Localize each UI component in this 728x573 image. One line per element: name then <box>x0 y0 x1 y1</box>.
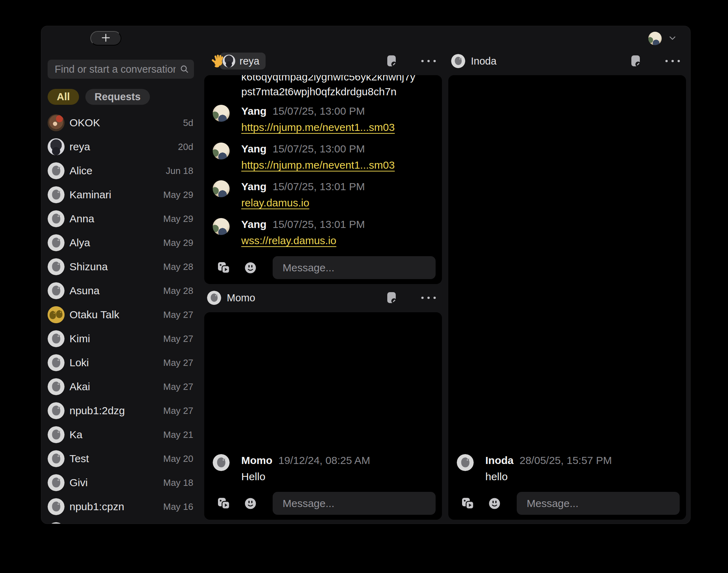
conversation-name: reya <box>69 141 90 153</box>
chat-panel-reya: k6t6qyqtmpag2lygnwfc56yk2knwnj7y pst7mta… <box>204 75 442 284</box>
conversation-row-test[interactable]: Test May 20 <box>48 447 194 471</box>
conversation-row-akai[interactable]: Akai May 27 <box>48 375 194 399</box>
conversation-row-asuna[interactable]: Asuna May 28 <box>48 279 194 303</box>
emoji-button[interactable] <box>243 496 258 511</box>
tab-all[interactable]: All <box>48 89 79 105</box>
conversation-row-shizuna[interactable]: Shizuna May 28 <box>48 255 194 279</box>
group-avatar <box>48 306 65 323</box>
conversation-name: Test <box>69 453 89 465</box>
conversation-name: Givi <box>69 477 88 489</box>
search-icon <box>180 65 189 75</box>
compose-note-button[interactable] <box>384 53 400 69</box>
chat-header-reya: reya <box>204 49 442 73</box>
app-window: All Requests OKOK 5d reya 20d Alice Jun <box>41 26 691 524</box>
compose-note-button[interactable] <box>384 290 400 306</box>
conversation-date: Jun 18 <box>166 165 194 176</box>
message-list: Momo 19/12/24, 08:25 AM Hello <box>204 448 442 492</box>
more-options-button[interactable] <box>421 53 436 69</box>
conversation-row-givi[interactable]: Givi May 18 <box>48 471 194 495</box>
filter-tabs: All Requests <box>48 89 150 105</box>
conversation-sidebar: All Requests OKOK 5d reya 20d Alice Jun <box>48 26 194 524</box>
desktop-background: All Requests OKOK 5d reya 20d Alice Jun <box>0 0 728 573</box>
message-author: Momo <box>241 454 272 467</box>
message-timestamp: 15/07/25, 13:01 PM <box>273 180 365 193</box>
message-link[interactable]: wss://relay.damus.io <box>241 235 336 246</box>
message-link[interactable]: https://njump.me/nevent1...sm03 <box>241 159 395 171</box>
chat-panel-momo: Momo 19/12/24, 08:25 AM Hello <box>204 312 442 520</box>
conversation-row-partial[interactable] <box>48 519 194 524</box>
conversation-row-otaku-talk[interactable]: Otaku Talk May 27 <box>48 303 194 327</box>
default-bird-avatar <box>48 162 65 179</box>
default-bird-avatar <box>48 210 65 227</box>
search-input[interactable] <box>48 60 194 79</box>
conversation-row-alya[interactable]: Alya May 29 <box>48 231 194 255</box>
conversation-date: May 18 <box>163 477 194 488</box>
conversation-date: May 28 <box>163 285 194 296</box>
conversation-name: Otaku Talk <box>69 309 119 321</box>
search-box <box>48 60 194 79</box>
default-bird-avatar <box>48 450 65 467</box>
media-picker-button[interactable] <box>216 496 231 511</box>
conversation-row-loki[interactable]: Loki May 27 <box>48 351 194 375</box>
message-input[interactable] <box>273 256 436 279</box>
conversation-name: Alice <box>69 165 92 177</box>
conversation-name: Anna <box>69 213 94 225</box>
waving-hand-icon <box>211 54 224 69</box>
conversation-row-npub-2dzg[interactable]: npub1:2dzg May 27 <box>48 399 194 423</box>
conversation-row-kaminari[interactable]: Kaminari May 29 <box>48 183 194 207</box>
conversation-name: Alya <box>69 237 90 249</box>
compose-note-button[interactable] <box>628 53 644 69</box>
conversation-row-alice[interactable]: Alice Jun 18 <box>48 159 194 183</box>
avatar <box>48 114 65 131</box>
conversation-date: May 27 <box>163 405 194 416</box>
media-picker-button[interactable] <box>460 496 475 511</box>
conversation-date: 5d <box>183 117 194 128</box>
default-bird-avatar <box>48 378 65 395</box>
emoji-button[interactable] <box>243 260 258 276</box>
default-bird-avatar <box>48 498 65 515</box>
default-bird-avatar <box>48 426 65 443</box>
message: Yang 15/07/25, 13:00 PM https://njump.me… <box>213 105 433 134</box>
chat-header-momo: Momo <box>204 286 442 309</box>
media-picker-button[interactable] <box>216 260 231 276</box>
peer-avatar <box>223 55 235 67</box>
message-avatar <box>213 454 230 471</box>
conversation-name: Asuna <box>69 285 99 297</box>
peer-pill-reya[interactable]: reya <box>220 53 266 70</box>
peer-avatar <box>451 54 465 68</box>
message-timestamp: 19/12/24, 08:25 AM <box>278 454 370 467</box>
message: Yang 15/07/25, 13:00 PM https://njump.me… <box>213 143 433 171</box>
conversation-row-npub-cpzn[interactable]: npub1:cpzn May 16 <box>48 495 194 519</box>
conversation-row-kimi[interactable]: Kimi May 27 <box>48 327 194 351</box>
conversation-date: May 27 <box>163 381 194 392</box>
conversation-name: Loki <box>69 357 89 369</box>
message-avatar <box>457 454 474 471</box>
tab-requests[interactable]: Requests <box>85 89 150 105</box>
conversation-name: Kimi <box>69 333 90 345</box>
message-avatar <box>213 105 230 122</box>
message-input[interactable] <box>273 492 436 515</box>
conversation-row-okok[interactable]: OKOK 5d <box>48 111 194 135</box>
emoji-button[interactable] <box>487 496 502 511</box>
message-timestamp: 15/07/25, 13:00 PM <box>273 105 365 117</box>
more-options-button[interactable] <box>421 290 436 306</box>
more-options-button[interactable] <box>665 53 680 69</box>
default-bird-avatar <box>48 258 65 275</box>
conversation-row-reya[interactable]: reya 20d <box>48 135 194 159</box>
avatar <box>48 138 65 155</box>
peer-name: Momo <box>227 292 255 304</box>
message-avatar <box>213 180 230 197</box>
conversation-date: May 27 <box>163 357 194 368</box>
message-link[interactable]: relay.damus.io <box>241 197 309 209</box>
conversation-row-ka[interactable]: Ka May 21 <box>48 423 194 447</box>
default-bird-avatar <box>48 474 65 491</box>
conversation-name: Kaminari <box>69 189 111 201</box>
default-bird-avatar <box>48 330 65 347</box>
message-author: Yang <box>241 105 267 117</box>
conversation-row-anna[interactable]: Anna May 29 <box>48 207 194 231</box>
conversation-list: OKOK 5d reya 20d Alice Jun 18 Kaminari M… <box>48 111 194 524</box>
message-text: hello <box>485 470 612 483</box>
message: Yang 15/07/25, 13:01 PM wss://relay.damu… <box>213 218 433 247</box>
message-input[interactable] <box>517 492 680 515</box>
message-link[interactable]: https://njump.me/nevent1...sm03 <box>241 121 395 133</box>
